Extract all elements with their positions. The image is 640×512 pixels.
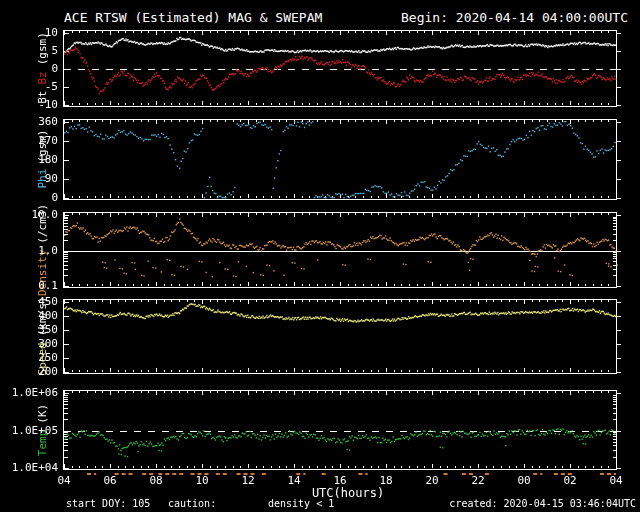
y-tick-label: -5 (2, 82, 58, 92)
y-tick-label: 360 (2, 117, 58, 127)
x-tick-label: 10 (189, 475, 215, 486)
y-tick-label: 180 (2, 155, 58, 165)
footer-created-timestamp: created: 2020-04-15 03:46:04UTC (449, 498, 636, 509)
x-tick-label: 08 (143, 475, 169, 486)
y-axis-label-part: (K) (36, 400, 49, 426)
y-tick-label: 300 (2, 339, 58, 349)
y-tick-label: 400 (2, 311, 58, 321)
y-tick-label: 1.0E+05 (2, 426, 58, 436)
x-tick-label: 00 (511, 475, 537, 486)
y-tick-label: 0.1 (2, 281, 58, 291)
x-tick-label: 16 (327, 475, 353, 486)
footer-start-doy: start DOY: 105 (66, 498, 150, 509)
panel-speed (63, 299, 617, 374)
y-tick-label: 10.0 (2, 210, 58, 220)
plot-area: BtBz(gsm)1050-5-10Phi(gsm)360270180900De… (0, 0, 640, 512)
x-tick-label: 18 (373, 475, 399, 486)
x-tick-label: 20 (419, 475, 445, 486)
panel-density (63, 212, 617, 288)
x-tick-label: 04 (51, 475, 77, 486)
ace-rtsw-plot: ACE RTSW (Estimated) MAG & SWEPAM Begin:… (0, 0, 640, 512)
x-tick-label: 14 (281, 475, 307, 486)
y-tick-label: 1.0 (2, 246, 58, 256)
y-tick-label: 0 (2, 193, 58, 203)
x-tick-label: 12 (235, 475, 261, 486)
y-tick-label: 1.0E+06 (2, 388, 58, 398)
x-tick-label: 04 (603, 475, 629, 486)
y-tick-label: 90 (2, 174, 58, 184)
panel-phi (63, 119, 617, 200)
panel-mag (63, 30, 617, 107)
y-tick-label: 5 (2, 46, 58, 56)
y-tick-label: 0 (2, 64, 58, 74)
y-tick-label: 200 (2, 367, 58, 377)
y-tick-label: 270 (2, 136, 58, 146)
x-tick-label: 22 (465, 475, 491, 486)
footer-caution-value: density < 1 (268, 498, 334, 509)
y-tick-label: 350 (2, 325, 58, 335)
x-tick-label: 02 (557, 475, 583, 486)
x-tick-label: 06 (97, 475, 123, 486)
footer-caution-label: caution: (168, 498, 216, 509)
y-tick-label: 1.0E+04 (2, 463, 58, 473)
y-tick-label: 450 (2, 297, 58, 307)
y-tick-label: 10 (2, 28, 58, 38)
y-tick-label: 250 (2, 353, 58, 363)
footer: start DOY: 105 caution: density < 1 crea… (0, 498, 640, 510)
panel-temp (63, 390, 617, 470)
y-tick-label: -10 (2, 100, 58, 110)
